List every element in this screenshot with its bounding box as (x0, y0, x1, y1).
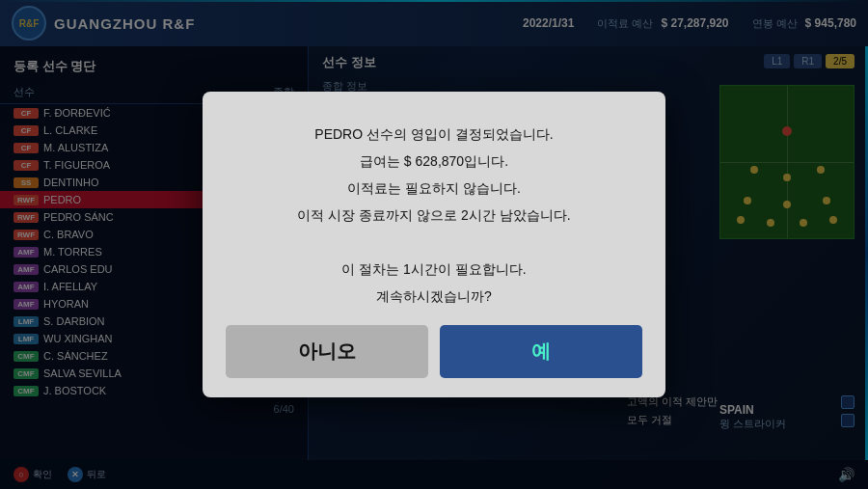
modal-yes-button[interactable]: 예 (440, 325, 642, 378)
modal-line: 이 절차는 1시간이 필요합니다. (226, 256, 642, 283)
modal-line: 급여는 $ 628,870입니다. (226, 148, 642, 175)
modal-line: 계속하시겠습니까? (226, 283, 642, 310)
modal-line: 이적 시장 종료까지 않으로 2시간 남았습니다. (226, 202, 642, 229)
modal-overlay: PEDRO 선수의 영입이 결정되었습니다.급여는 $ 628,870입니다.이… (0, 0, 868, 489)
modal-buttons: 아니오 예 (226, 325, 642, 378)
modal-dialog: PEDRO 선수의 영입이 결정되었습니다.급여는 $ 628,870입니다.이… (203, 92, 665, 397)
modal-no-button[interactable]: 아니오 (226, 325, 428, 378)
modal-text: PEDRO 선수의 영입이 결정되었습니다.급여는 $ 628,870입니다.이… (226, 121, 642, 310)
modal-line: 이적료는 필요하지 않습니다. (226, 175, 642, 202)
modal-line: PEDRO 선수의 영입이 결정되었습니다. (226, 121, 642, 148)
